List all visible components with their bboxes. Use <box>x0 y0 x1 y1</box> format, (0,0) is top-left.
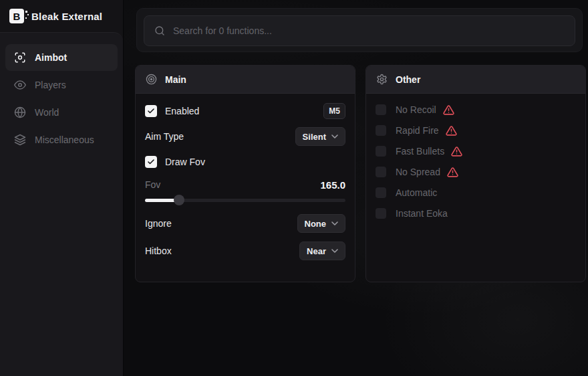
warning-triangle-icon <box>451 146 462 157</box>
ignore-value: None <box>305 219 327 229</box>
aim-type-value: Silent <box>303 132 326 142</box>
app-window: B Bleak External Aimbot Players <box>0 0 588 376</box>
main-panel-body: Enabled M5 Aim Type Silent <box>136 94 355 268</box>
chevron-down-icon <box>331 134 338 138</box>
aim-type-row: Aim Type Silent <box>145 127 345 146</box>
hitbox-label: Hitbox <box>145 246 172 256</box>
automatic-label: Automatic <box>396 187 437 198</box>
rapid-fire-label: Rapid Fire <box>396 125 439 136</box>
no-recoil-row[interactable]: No Recoil <box>376 103 576 116</box>
sidebar-item-label: Players <box>35 80 66 90</box>
draw-fov-row: Draw Fov <box>145 154 345 170</box>
rapid-fire-row[interactable]: Rapid Fire <box>376 124 576 137</box>
crosshair-scan-icon <box>14 52 26 64</box>
app-logo: B <box>9 9 24 23</box>
hitbox-dropdown[interactable]: Near <box>299 242 345 260</box>
enabled-label: Enabled <box>165 106 199 116</box>
fast-bullets-label: Fast Bullets <box>396 146 444 157</box>
other-panel: Other No Recoil Rapid Fire Fast Bullets … <box>365 65 586 282</box>
search-input[interactable] <box>173 25 565 36</box>
fast-bullets-row[interactable]: Fast Bullets <box>376 145 576 158</box>
fov-slider-thumb[interactable] <box>174 195 184 205</box>
eye-icon <box>14 79 26 91</box>
aim-type-dropdown[interactable]: Silent <box>295 127 345 146</box>
keybind-button[interactable]: M5 <box>323 103 345 119</box>
logo-letter: B <box>13 11 21 22</box>
search-input-container[interactable] <box>144 15 575 46</box>
sidebar-item-world[interactable]: World <box>5 99 118 126</box>
enabled-row: Enabled M5 <box>145 103 345 119</box>
sidebar-item-players[interactable]: Players <box>5 72 118 98</box>
sidebar-item-label: Miscellaneous <box>35 134 94 145</box>
draw-fov-checkbox[interactable] <box>145 156 157 168</box>
hitbox-value: Near <box>307 246 326 256</box>
fov-value: 165.0 <box>320 179 345 191</box>
chevron-down-icon <box>331 249 338 253</box>
sidebar-nav: Aimbot Players World Miscellaneous <box>0 32 123 376</box>
target-icon <box>146 74 157 85</box>
fov-label: Fov <box>145 179 160 190</box>
other-panel-header: Other <box>366 66 585 94</box>
instant-eoka-row[interactable]: Instant Eoka <box>376 207 576 220</box>
fov-label-row: Fov 165.0 <box>145 179 345 191</box>
ignore-dropdown[interactable]: None <box>297 214 346 233</box>
main-panel: Main Enabled M5 Aim Type Silent <box>135 65 355 282</box>
no-spread-checkbox[interactable] <box>376 167 386 177</box>
no-spread-row[interactable]: No Spread <box>376 165 576 179</box>
gear-icon <box>376 74 388 85</box>
sidebar-item-aimbot[interactable]: Aimbot <box>5 44 118 71</box>
sidebar-item-miscellaneous[interactable]: Miscellaneous <box>5 126 118 153</box>
sidebar: B Bleak External Aimbot Players <box>0 0 124 376</box>
sidebar-item-label: Aimbot <box>35 52 67 63</box>
globe-icon <box>14 106 26 118</box>
draw-fov-label: Draw Fov <box>165 157 205 167</box>
app-title: Bleak External <box>31 11 102 22</box>
instant-eoka-checkbox[interactable] <box>376 208 386 219</box>
warning-triangle-icon <box>443 104 454 116</box>
no-spread-label: No Spread <box>396 167 440 177</box>
instant-eoka-label: Instant Eoka <box>396 208 448 219</box>
automatic-checkbox[interactable] <box>376 187 386 198</box>
warning-triangle-icon <box>446 125 457 136</box>
other-panel-body: No Recoil Rapid Fire Fast Bullets No Spr… <box>366 94 585 228</box>
enabled-checkbox[interactable] <box>145 105 157 117</box>
main-panel-title: Main <box>165 74 186 85</box>
automatic-row[interactable]: Automatic <box>376 186 576 199</box>
search-icon <box>154 25 165 36</box>
no-recoil-label: No Recoil <box>396 104 436 115</box>
no-recoil-checkbox[interactable] <box>376 104 386 115</box>
aim-type-label: Aim Type <box>145 131 184 142</box>
check-icon <box>147 158 155 166</box>
search-card <box>136 8 583 52</box>
sidebar-header: B Bleak External <box>0 0 123 32</box>
fov-slider[interactable] <box>145 195 345 205</box>
other-panel-title: Other <box>396 74 420 85</box>
rapid-fire-checkbox[interactable] <box>376 125 386 136</box>
ignore-label: Ignore <box>145 218 172 229</box>
warning-triangle-icon <box>447 167 458 178</box>
layers-icon <box>14 134 26 146</box>
fast-bullets-checkbox[interactable] <box>376 146 386 157</box>
sidebar-item-label: World <box>35 107 59 118</box>
main-panel-header: Main <box>136 66 355 94</box>
ignore-row: Ignore None <box>145 214 345 233</box>
check-icon <box>147 107 155 115</box>
hitbox-row: Hitbox Near <box>145 242 345 260</box>
chevron-down-icon <box>331 221 338 225</box>
